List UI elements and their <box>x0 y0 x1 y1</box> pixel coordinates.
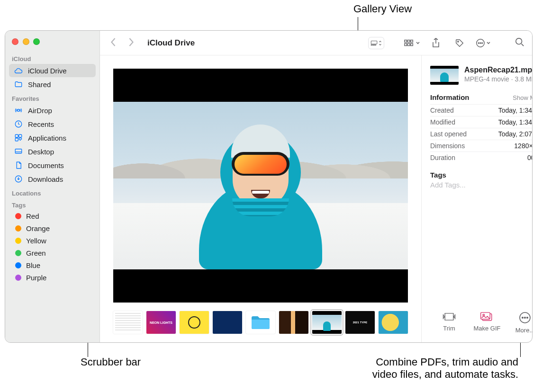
sidebar-item-label: Red <box>26 212 39 220</box>
toolbar: iCloud Drive <box>100 31 532 55</box>
make-gif-button[interactable]: Make GIF <box>468 312 506 334</box>
airdrop-icon <box>14 106 23 115</box>
show-more-button[interactable]: Show More <box>513 94 533 101</box>
fullscreen-button[interactable] <box>33 38 40 45</box>
svg-rect-13 <box>411 40 413 42</box>
minimize-button[interactable] <box>23 38 29 45</box>
share-button[interactable] <box>428 36 444 50</box>
svg-point-20 <box>480 43 481 44</box>
trim-button[interactable]: Trim <box>430 312 468 334</box>
sidebar-item-downloads[interactable]: Downloads <box>9 172 96 186</box>
thumb-item[interactable]: NEON LIGHTS <box>146 311 176 334</box>
tag-dot-icon <box>15 262 21 268</box>
finder-window: iCloud iCloud Drive Shared Favorites Air… <box>5 30 533 343</box>
callout-quick-actions-2: video files, and automate tasks. <box>310 368 518 381</box>
svg-point-19 <box>478 43 479 44</box>
tag-dot-icon <box>15 238 21 244</box>
sidebar-item-label: AirDrop <box>28 107 52 115</box>
sidebar-tag-blue[interactable]: Blue <box>9 259 96 271</box>
sidebar-item-label: Green <box>26 249 46 257</box>
callout-quick-actions-1: Combine PDFs, trim audio and <box>310 356 518 368</box>
callout-gallery-view: Gallery View <box>353 3 412 15</box>
add-tags-field[interactable]: Add Tags... <box>430 181 533 189</box>
tags-button[interactable] <box>452 36 468 50</box>
sidebar-section-favorites: Favorites <box>5 91 99 103</box>
svg-rect-24 <box>481 312 490 319</box>
sidebar-item-applications[interactable]: Applications <box>9 131 96 144</box>
sidebar-tag-yellow[interactable]: Yellow <box>9 235 96 247</box>
clock-icon <box>14 119 23 129</box>
back-button[interactable] <box>110 37 117 48</box>
sidebar-item-icloud-drive[interactable]: iCloud Drive <box>9 64 96 77</box>
svg-point-21 <box>482 43 483 44</box>
tag-dot-icon <box>15 275 21 281</box>
window-title: iCloud Drive <box>145 38 195 48</box>
info-key: Last opened <box>430 130 467 138</box>
gallery-view-button[interactable] <box>368 37 384 49</box>
info-key: Duration <box>430 154 455 161</box>
info-key: Created <box>430 107 454 114</box>
thumb-item[interactable] <box>213 311 242 334</box>
tag-dot-icon <box>15 213 21 219</box>
close-button[interactable] <box>12 38 18 45</box>
info-value: 1280×720 <box>514 142 533 150</box>
tag-dot-icon <box>15 250 21 256</box>
sidebar-item-label: Desktop <box>28 148 54 156</box>
info-value: Today, 2:07 PM <box>498 130 533 138</box>
thumb-item[interactable] <box>180 311 209 334</box>
apps-icon <box>14 133 23 143</box>
qa-label: Make GIF <box>473 325 500 332</box>
svg-rect-4 <box>15 138 18 141</box>
folder-shared-icon <box>14 80 23 89</box>
svg-point-28 <box>524 317 526 319</box>
video-frame <box>113 102 408 269</box>
thumb-item-selected[interactable] <box>312 311 342 334</box>
sidebar-item-label: Applications <box>28 134 66 142</box>
thumb-item[interactable] <box>113 311 143 334</box>
svg-rect-5 <box>15 149 22 153</box>
info-value: Today, 1:34 PM <box>498 118 533 126</box>
more-icon <box>519 312 531 324</box>
svg-rect-14 <box>405 43 407 45</box>
thumb-item[interactable] <box>279 311 308 334</box>
info-value: Today, 1:34 PM <box>498 107 533 114</box>
sidebar-item-shared[interactable]: Shared <box>9 78 96 91</box>
svg-point-22 <box>516 38 522 45</box>
svg-rect-16 <box>411 43 413 45</box>
more-button[interactable] <box>475 36 491 50</box>
svg-point-29 <box>527 317 528 319</box>
thumb-item[interactable]: 2021 TYPE <box>345 311 375 334</box>
forward-button[interactable] <box>128 37 134 48</box>
sidebar-item-recents[interactable]: Recents <box>9 117 96 131</box>
cloud-icon <box>14 66 23 75</box>
sidebar-item-airdrop[interactable]: AirDrop <box>9 104 96 117</box>
sidebar-item-label: iCloud Drive <box>28 67 67 75</box>
info-value: 00:06 <box>527 154 533 161</box>
sidebar-item-documents[interactable]: Documents <box>9 159 96 172</box>
search-button[interactable] <box>515 37 524 48</box>
group-button[interactable] <box>404 36 420 50</box>
more-actions-button[interactable]: More... <box>506 312 533 334</box>
info-table: CreatedToday, 1:34 PM ModifiedToday, 1:3… <box>430 104 533 163</box>
sidebar-item-label: Purple <box>26 274 46 282</box>
svg-point-27 <box>522 317 524 319</box>
sidebar-tag-green[interactable]: Green <box>9 247 96 259</box>
sidebar-section-tags: Tags <box>5 198 99 210</box>
sidebar-item-desktop[interactable]: Desktop <box>9 145 96 158</box>
callout-scrubber-bar: Scrubber bar <box>81 356 141 368</box>
svg-rect-12 <box>407 40 410 42</box>
thumb-item-folder[interactable] <box>246 311 275 334</box>
tag-dot-icon <box>15 225 21 232</box>
info-key: Modified <box>430 118 455 126</box>
quick-actions: Trim Make GIF More... <box>430 307 533 342</box>
scrubber-bar[interactable]: NEON LIGHTS 2021 TYPE <box>113 303 408 342</box>
thumb-item[interactable] <box>379 311 408 334</box>
qa-label: Trim <box>443 325 455 332</box>
file-name: AspenRecap21.mp4 <box>464 66 533 74</box>
sidebar-tag-red[interactable]: Red <box>9 210 96 222</box>
preview-area[interactable] <box>113 69 408 303</box>
sidebar-tag-purple[interactable]: Purple <box>9 272 96 284</box>
window-controls <box>5 36 99 52</box>
info-key: Dimensions <box>430 142 465 150</box>
sidebar-tag-orange[interactable]: Orange <box>9 223 96 234</box>
